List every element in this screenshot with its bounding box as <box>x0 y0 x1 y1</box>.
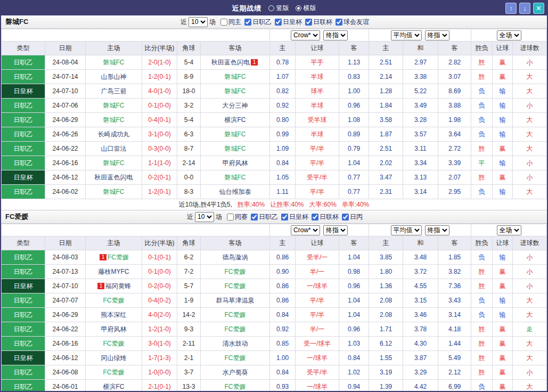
match-count-select[interactable]: 10 <box>189 17 208 27</box>
filter-checkbox[interactable] <box>244 19 251 26</box>
team-link[interactable]: 磐城FC <box>225 145 246 152</box>
team-link[interactable]: 福冈黄蜂 <box>105 282 131 290</box>
filter-checkbox[interactable] <box>312 214 318 220</box>
avg-home-cell: 1.55 <box>369 351 403 365</box>
odds-source-select[interactable]: Crow* <box>291 30 320 40</box>
score-cell: 1-2(1-0) <box>142 322 177 337</box>
team-link[interactable]: 大分三神 <box>223 102 248 109</box>
team-link[interactable]: 磐城FC <box>103 188 125 195</box>
team-link[interactable]: 冈山绿雉 <box>101 354 127 362</box>
team-link[interactable]: 甲府风林 <box>101 325 127 333</box>
filter-checkbox[interactable] <box>342 214 349 220</box>
team-link[interactable]: 磐城FC <box>103 59 125 66</box>
team-link[interactable]: 磐城FC <box>225 73 246 80</box>
matches-table: Crow*终指 平均值终指 全场 类型日期主场比分(半场)角球客场主让球客主和客… <box>1 224 547 392</box>
competition-filter[interactable]: 日职乙 <box>251 213 278 222</box>
result-cell: 胜 <box>471 365 493 380</box>
team-link[interactable]: FC爱媛 <box>103 297 125 304</box>
team-link[interactable]: 磐城FC <box>225 130 246 138</box>
summary-segment: 胜率:40% <box>238 200 265 209</box>
competition-filter[interactable]: 日丙 <box>342 213 363 222</box>
filter-checkbox[interactable] <box>220 19 227 26</box>
odds-source-select[interactable]: Crow* <box>291 225 320 235</box>
team-link[interactable]: 横滨FC <box>225 116 246 124</box>
handicap-cell: 受半/一 <box>296 250 339 265</box>
team-link[interactable]: 秋田蓝色闪电 <box>211 59 250 66</box>
team-link[interactable]: 熊本深红 <box>101 311 127 318</box>
home-team-cell: 广岛三箭 <box>86 84 142 99</box>
odds-source-select[interactable]: 终指 <box>323 225 348 235</box>
team-link[interactable]: 山口雷法 <box>101 145 127 152</box>
team-link[interactable]: FC爱媛 <box>225 354 246 362</box>
competition-filter[interactable]: 日联杯 <box>312 213 339 222</box>
competition-filter[interactable]: 球会友谊 <box>336 18 369 27</box>
competition-filter[interactable]: 日皇杯 <box>275 18 302 27</box>
team-link[interactable]: 磐城FC <box>103 116 125 124</box>
column-header: 进球数 <box>513 236 547 250</box>
team-link[interactable]: 磐城FC <box>103 159 125 167</box>
team-link[interactable]: 山形山神 <box>101 73 127 80</box>
titlebar: 近期战绩 竖版 横版 ↑ ↓ ✕ <box>1 1 547 15</box>
away-odds-cell: 1.04 <box>339 250 369 265</box>
competition-filter[interactable]: 同赛 <box>227 213 248 222</box>
scroll-down-button[interactable]: ↓ <box>519 3 530 14</box>
layout-radio-vertical[interactable]: 竖版 <box>268 4 289 13</box>
competition-filter[interactable]: 同主 <box>220 18 241 27</box>
match-count-select[interactable]: 10 <box>195 212 214 222</box>
team-link[interactable]: 磐城FC <box>225 174 246 181</box>
team-link[interactable]: 长崎成功丸 <box>98 130 130 138</box>
team-link[interactable]: FC爱媛 <box>108 254 129 261</box>
away-odds-cell: 1.03 <box>339 337 369 351</box>
column-header: 类型 <box>2 42 45 55</box>
away-odds-cell: 0.96 <box>339 322 369 337</box>
filter-checkbox[interactable] <box>305 19 312 26</box>
away-odds-cell: 0.77 <box>339 185 369 199</box>
avg-source-select[interactable]: 终指 <box>425 225 449 235</box>
team-link[interactable]: 群马草津温泉 <box>216 297 255 304</box>
team-link[interactable]: FC爱媛 <box>103 369 125 376</box>
filter-bar: 近10场同主日职乙日皇杯日联杯球会友谊 <box>179 17 369 27</box>
team-link[interactable]: 藤枝MYFC <box>99 268 129 275</box>
team-link[interactable]: 清水鼓动 <box>223 340 248 347</box>
team-link[interactable]: 广岛三箭 <box>101 87 127 95</box>
corner-cell: 3-2 <box>177 99 201 113</box>
layout-radio-horizontal[interactable]: 横版 <box>296 4 316 13</box>
team-link[interactable]: 仙台维加泰 <box>219 188 251 195</box>
filter-checkbox[interactable] <box>275 19 282 26</box>
column-header: 胜负 <box>471 42 493 55</box>
team-link[interactable]: FC爱媛 <box>225 268 246 275</box>
team-link[interactable]: FC爱媛 <box>225 311 246 318</box>
filter-checkbox[interactable] <box>227 214 234 220</box>
team-link[interactable]: 磐城FC <box>225 87 246 95</box>
scroll-up-button[interactable]: ↑ <box>505 3 517 14</box>
filter-checkbox[interactable] <box>281 214 288 220</box>
team-link[interactable]: 磐城FC <box>103 102 125 109</box>
avg-source-select[interactable]: 终指 <box>425 30 449 40</box>
competition-filter[interactable]: 日职乙 <box>244 18 272 27</box>
close-button[interactable]: ✕ <box>533 3 544 14</box>
team-link[interactable]: 横滨FC <box>103 383 125 390</box>
avg-source-select[interactable]: 平均值 <box>391 225 422 235</box>
avg-home-cell: 2.14 <box>369 70 403 84</box>
team-link[interactable]: FC爱媛 <box>225 325 246 333</box>
select-row: Crow*终指 平均值终指 全场 <box>2 29 547 42</box>
scope-source-select[interactable]: 全场 <box>497 225 521 235</box>
team-link[interactable]: 德岛漩涡 <box>223 254 248 261</box>
date-cell: 24-06-12 <box>45 351 86 365</box>
team-link[interactable]: FC爱媛 <box>103 340 125 347</box>
competition-filter[interactable]: 日皇杯 <box>281 213 308 222</box>
filter-checkbox[interactable] <box>251 214 258 220</box>
team-link[interactable]: 水户蜀葵 <box>223 369 248 376</box>
filter-checkbox[interactable] <box>336 19 342 26</box>
column-header: 让球 <box>493 42 513 55</box>
odds-source-select[interactable]: 终指 <box>323 30 348 40</box>
column-header: 让球 <box>493 236 513 250</box>
competition-filter[interactable]: 日联杯 <box>305 18 332 27</box>
team-link[interactable]: 甲府风林 <box>223 159 248 167</box>
result-cell: 胜 <box>471 70 493 84</box>
team-link[interactable]: FC爱媛 <box>225 282 246 290</box>
team-link[interactable]: 秋田蓝色闪电 <box>95 174 133 181</box>
scope-source-select[interactable]: 全场 <box>497 30 521 40</box>
avg-source-select[interactable]: 平均值 <box>391 30 422 40</box>
team-link[interactable]: FC爱媛 <box>225 383 246 390</box>
